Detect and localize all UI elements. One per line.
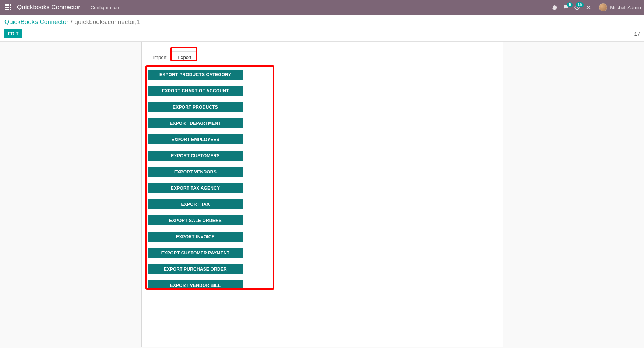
export-invoice-button[interactable]: EXPORT INVOICE [148, 232, 243, 242]
export-products-category-button[interactable]: EXPORT PRODUCTS CATEGORY [148, 70, 243, 80]
breadcrumb: QuickBooks Connector / quickbooks.connec… [4, 18, 640, 26]
breadcrumb-current: quickbooks.connector,1 [75, 18, 140, 26]
user-name: Mitchell Admin [610, 5, 641, 10]
control-panel: QuickBooks Connector / quickbooks.connec… [0, 15, 644, 42]
svg-rect-3 [5, 7, 7, 8]
export-department-button[interactable]: EXPORT DEPARTMENT [148, 118, 243, 128]
svg-rect-2 [10, 4, 11, 6]
app-title[interactable]: Quickbooks Connector [17, 4, 80, 11]
svg-rect-1 [7, 4, 9, 6]
svg-rect-4 [7, 7, 9, 8]
export-vendors-button[interactable]: EXPORT VENDORS [148, 167, 243, 177]
tab-export[interactable]: Export [172, 51, 197, 63]
messages-icon[interactable]: 6 [563, 4, 569, 10]
export-employees-button[interactable]: EXPORT EMPLOYEES [148, 134, 243, 144]
topbar: Quickbooks Connector Configuration 6 15 … [0, 0, 644, 15]
apps-menu-icon[interactable] [3, 2, 13, 13]
export-buttons: EXPORT PRODUCTS CATEGORY EXPORT CHART OF… [148, 63, 243, 290]
edit-button[interactable]: EDIT [4, 29, 22, 38]
svg-rect-7 [7, 9, 9, 10]
activities-icon[interactable]: 15 [574, 4, 580, 10]
export-customer-payment-button[interactable]: EXPORT CUSTOMER PAYMENT [148, 248, 243, 258]
export-vendor-bill-button[interactable]: EXPORT VENDOR BILL [148, 280, 243, 290]
export-products-button[interactable]: EXPORT PRODUCTS [148, 102, 243, 112]
svg-rect-6 [5, 9, 7, 10]
tabs: Import Export [148, 51, 497, 63]
export-tax-button[interactable]: EXPORT TAX [148, 199, 243, 209]
avatar [599, 3, 607, 11]
activities-badge: 15 [576, 2, 584, 7]
form-sheet: Import Export EXPORT PRODUCTS CATEGORY E… [141, 42, 503, 347]
export-sale-orders-button[interactable]: EXPORT SALE ORDERS [148, 215, 243, 225]
breadcrumb-separator: / [71, 18, 73, 26]
menu-configuration[interactable]: Configuration [91, 5, 119, 10]
export-purchase-order-button[interactable]: EXPORT PURCHASE ORDER [148, 264, 243, 274]
breadcrumb-root[interactable]: QuickBooks Connector [4, 18, 68, 26]
svg-rect-0 [5, 4, 7, 6]
pager[interactable]: 1 / [634, 31, 640, 37]
svg-rect-5 [10, 7, 11, 8]
user-menu[interactable]: Mitchell Admin [599, 3, 641, 11]
export-customers-button[interactable]: EXPORT CUSTOMERS [148, 151, 243, 161]
tab-import[interactable]: Import [148, 51, 172, 63]
bug-icon[interactable] [551, 4, 558, 11]
messages-badge: 6 [567, 2, 573, 7]
export-tax-agency-button[interactable]: EXPORT TAX AGENCY [148, 183, 243, 193]
export-chart-of-account-button[interactable]: EXPORT CHART OF ACCOUNT [148, 86, 243, 96]
close-icon[interactable] [585, 4, 592, 11]
svg-rect-8 [10, 9, 11, 10]
